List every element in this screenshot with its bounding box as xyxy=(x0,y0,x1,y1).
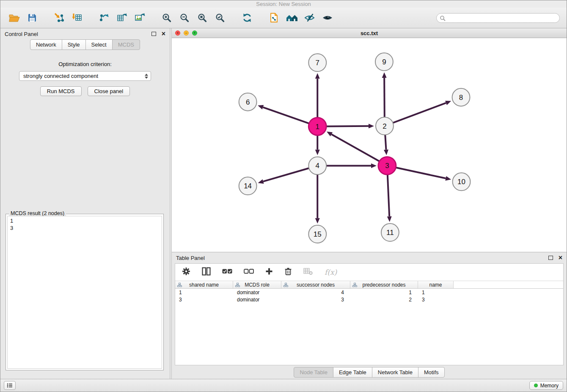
zoom-selected-button[interactable] xyxy=(211,10,229,26)
columns-icon xyxy=(202,267,211,276)
graph-edge-3-1[interactable] xyxy=(331,134,379,161)
window-titlebar: Session: New Session xyxy=(0,0,567,8)
graph-node-label: 15 xyxy=(314,230,322,238)
tab-select[interactable]: Select xyxy=(85,39,113,50)
float-window-icon[interactable] xyxy=(151,32,156,36)
cell-predecessor-nodes[interactable]: 2 xyxy=(350,296,418,303)
deselect-all-button[interactable] xyxy=(244,268,254,276)
control-panel-tabs: Network Style Select MCDS xyxy=(0,39,170,50)
zoom-window-icon[interactable]: + xyxy=(192,30,197,36)
tab-network-table[interactable]: Network Table xyxy=(372,367,418,378)
column-header-successor-nodes[interactable]: successor nodes xyxy=(281,281,350,288)
control-panel-header: Control Panel × xyxy=(0,28,170,39)
cell-name[interactable]: 1 xyxy=(418,289,454,296)
column-header-mcds-role[interactable]: MCDS role xyxy=(233,281,281,288)
graph-edge-3-11[interactable] xyxy=(388,174,389,216)
network-canvas[interactable]: 7968124314101511 xyxy=(172,38,567,252)
main-area: Control Panel × Network Style Select MCD… xyxy=(0,28,567,379)
export-image-button[interactable] xyxy=(131,10,149,26)
save-session-button[interactable] xyxy=(23,10,41,26)
graph-edge-1-2[interactable] xyxy=(326,126,369,127)
graph-node-label: 8 xyxy=(459,94,463,102)
zoom-selected-icon xyxy=(215,12,226,23)
mcds-result-title: MCDS result (2 nodes) xyxy=(9,210,66,216)
table-panel-header: Table Panel × xyxy=(172,252,567,263)
show-columns-button[interactable] xyxy=(202,267,211,277)
search-icon xyxy=(440,15,446,21)
criterion-dropdown[interactable]: strongly connected component xyxy=(19,71,151,81)
graph-edge-2-9[interactable] xyxy=(384,78,385,117)
refresh-view-button[interactable] xyxy=(238,10,256,26)
window-title: Session: New Session xyxy=(256,1,311,7)
table-row[interactable]: 1 dominator 4 1 1 xyxy=(175,289,563,296)
delete-row-button[interactable] xyxy=(284,267,292,277)
table-panel-title: Table Panel xyxy=(176,255,205,261)
attribute-icon xyxy=(284,283,288,287)
status-bar: Memory xyxy=(0,379,567,392)
graph-edge-arrow-icon xyxy=(315,149,320,155)
toolbar-group-import xyxy=(50,10,86,26)
network-graph[interactable]: 7968124314101511 xyxy=(172,38,567,252)
cell-name[interactable]: 3 xyxy=(418,296,454,303)
tab-edge-table[interactable]: Edge Table xyxy=(333,367,372,378)
select-all-button[interactable] xyxy=(222,268,232,276)
graph-edge-3-10[interactable] xyxy=(396,168,446,178)
tab-node-table[interactable]: Node Table xyxy=(294,367,333,378)
task-history-button[interactable] xyxy=(4,381,16,390)
show-graphics-details-button[interactable] xyxy=(319,10,336,26)
zoom-fit-button[interactable] xyxy=(193,10,211,26)
cell-shared-name[interactable]: 3 xyxy=(175,296,233,303)
table-settings-button[interactable] xyxy=(182,267,190,277)
add-row-button[interactable] xyxy=(265,268,273,277)
export-table-icon xyxy=(116,12,127,23)
close-panel-button[interactable]: Close panel xyxy=(88,86,130,96)
cell-predecessor-nodes[interactable]: 1 xyxy=(350,289,418,296)
network-window: scc.txt × − + 7968124314101511 xyxy=(172,28,567,252)
cell-successor-nodes[interactable]: 3 xyxy=(281,296,350,303)
memory-status-icon xyxy=(534,384,538,387)
column-header-name[interactable]: name xyxy=(418,281,454,288)
graph-edge-2-8[interactable] xyxy=(393,103,446,123)
tab-mcds[interactable]: MCDS xyxy=(112,39,140,50)
column-header-shared-name[interactable]: shared name xyxy=(175,281,233,288)
run-mcds-button[interactable]: Run MCDS xyxy=(40,86,82,96)
column-header-predecessor-nodes[interactable]: predecessor nodes xyxy=(350,281,418,288)
float-table-panel-icon[interactable] xyxy=(548,256,553,260)
graph-edge-4-14[interactable] xyxy=(263,168,309,181)
export-table-button[interactable] xyxy=(113,10,131,26)
zoom-out-button[interactable] xyxy=(176,10,193,26)
import-table-button[interactable] xyxy=(68,10,86,26)
clone-network-button[interactable] xyxy=(265,10,283,26)
search-box xyxy=(436,13,560,23)
close-panel-icon[interactable]: × xyxy=(162,30,165,37)
ndex-home-button[interactable] xyxy=(283,10,301,26)
gear-icon xyxy=(182,267,190,276)
graph-edge-1-6[interactable] xyxy=(263,107,309,123)
cell-mcds-role[interactable]: dominator xyxy=(233,289,281,296)
graph-edge-arrow-icon xyxy=(258,105,264,109)
memory-button[interactable]: Memory xyxy=(529,381,563,390)
cell-mcds-role[interactable]: dominator xyxy=(233,296,281,303)
close-table-panel-icon[interactable]: × xyxy=(559,254,562,261)
export-image-icon xyxy=(134,12,145,23)
tab-network[interactable]: Network xyxy=(30,39,62,50)
plus-icon xyxy=(265,268,273,275)
cell-shared-name[interactable]: 1 xyxy=(175,289,233,296)
mcds-result-list[interactable]: 1 3 xyxy=(7,216,162,369)
table-row[interactable]: 3 dominator 3 2 3 xyxy=(175,296,563,303)
minimize-window-icon[interactable]: − xyxy=(184,30,189,36)
search-input[interactable] xyxy=(436,13,560,23)
table-toolbar: f(x) xyxy=(175,264,563,281)
style-edit-button[interactable] xyxy=(301,10,319,26)
tab-motifs[interactable]: Motifs xyxy=(418,367,445,378)
cell-successor-nodes[interactable]: 4 xyxy=(281,289,350,296)
zoom-in-button[interactable] xyxy=(158,10,176,26)
deselect-all-icon xyxy=(244,268,254,274)
import-network-button[interactable] xyxy=(50,10,68,26)
open-file-button[interactable] xyxy=(6,10,23,26)
graph-edge-2-3[interactable] xyxy=(385,135,386,150)
export-network-button[interactable] xyxy=(95,10,113,26)
zoom-in-icon xyxy=(161,12,172,23)
tab-style[interactable]: Style xyxy=(62,39,86,50)
close-window-icon[interactable]: × xyxy=(175,30,180,36)
